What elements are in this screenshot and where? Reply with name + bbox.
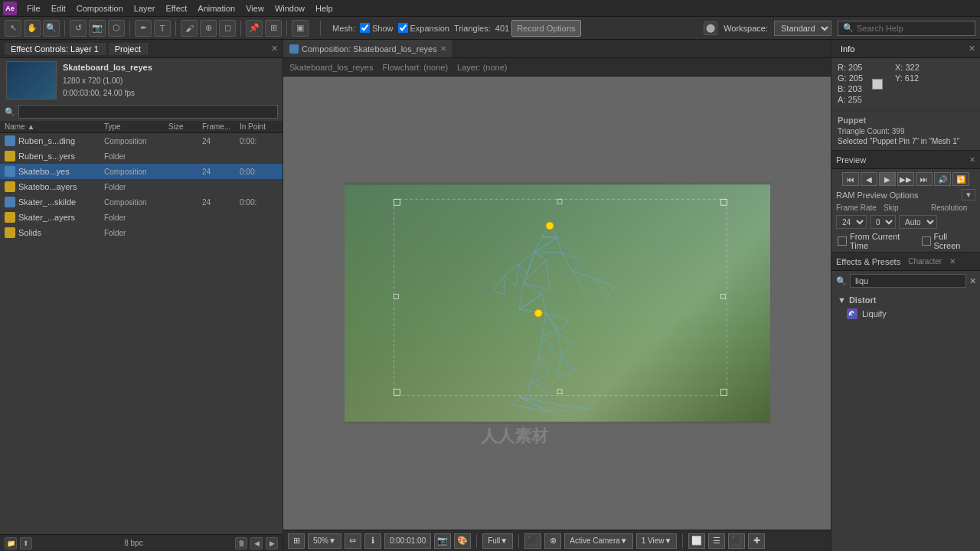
- menu-composition[interactable]: Composition: [71, 2, 129, 15]
- menu-layer[interactable]: Layer: [129, 2, 161, 15]
- full-screen-checkbox-area[interactable]: Full Screen: [922, 232, 974, 250]
- search-input[interactable]: [857, 24, 964, 33]
- menu-help[interactable]: Help: [310, 2, 338, 15]
- expand-tool[interactable]: ⊞: [265, 20, 282, 37]
- clone-tool[interactable]: ⊕: [200, 20, 217, 37]
- menu-window[interactable]: Window: [270, 2, 310, 15]
- skip-select[interactable]: 0: [870, 215, 896, 229]
- col-size-header: Size: [168, 122, 199, 131]
- comp-tab-flowchart[interactable]: Composition: Skateboard_los_reyes ✕: [283, 40, 453, 58]
- file-item[interactable]: Ruben_s...yers Folder: [0, 148, 283, 164]
- pen-tool[interactable]: ✒: [135, 20, 152, 37]
- camera-btn[interactable]: Active Camera ▼: [564, 533, 632, 549]
- liquify-effect-item[interactable]: 🌊 Liquify: [838, 307, 974, 321]
- shape-tool[interactable]: ▣: [292, 20, 309, 37]
- skip-to-start-btn[interactable]: ⏮: [842, 172, 859, 186]
- play-btn[interactable]: ▶: [879, 172, 896, 186]
- view-btn[interactable]: 1 View ▼: [636, 533, 678, 549]
- project-tab[interactable]: Project: [109, 43, 148, 55]
- full-screen-checkbox[interactable]: [922, 236, 931, 246]
- quality-select-btn[interactable]: Full ▼: [482, 533, 513, 549]
- import-btn[interactable]: ⬆: [20, 537, 32, 549]
- composition-sublabel[interactable]: Skateboard_los_reyes: [289, 63, 373, 72]
- zoom-btn[interactable]: 50% ▼: [308, 533, 341, 549]
- search-box[interactable]: 🔍: [838, 21, 975, 36]
- viewer-grid-btn[interactable]: ⊞: [288, 533, 305, 549]
- viewer-controls: ⊞ 50% ▼ ⇔ ℹ 0:00:01:00 📷 🎨 Full ▼ ⬛ ⊗ Ac…: [283, 530, 831, 551]
- puppet-tool[interactable]: 📌: [246, 20, 263, 37]
- 3d-btn[interactable]: ⊗: [544, 533, 561, 549]
- hand-tool[interactable]: ✋: [24, 20, 41, 37]
- frame-rate-value[interactable]: 24: [836, 215, 867, 229]
- menu-view[interactable]: View: [240, 2, 270, 15]
- effects-search-input[interactable]: [850, 274, 966, 288]
- info-panel-close[interactable]: ✕: [969, 44, 975, 54]
- effect-controls-tab[interactable]: Effect Controls: Layer 1: [5, 43, 106, 55]
- preview-close-icon[interactable]: ✕: [969, 155, 975, 164]
- resolution-value[interactable]: Auto: [899, 215, 937, 229]
- resize-icon[interactable]: ⇔: [345, 533, 361, 549]
- brush-tool[interactable]: 🖌: [181, 20, 198, 37]
- from-current-checkbox[interactable]: [838, 236, 847, 246]
- snapshot-btn[interactable]: 📷: [434, 533, 451, 549]
- menu-file[interactable]: File: [21, 2, 46, 15]
- eraser-tool[interactable]: ◻: [219, 20, 236, 37]
- file-item[interactable]: Solids Folder: [0, 225, 283, 240]
- ram-options-dropdown[interactable]: ▼: [962, 189, 975, 201]
- file-item[interactable]: Skatebo...ayers Folder: [0, 179, 283, 194]
- info-tab[interactable]: Info: [836, 43, 859, 55]
- comp-tab-close-icon[interactable]: ✕: [440, 44, 446, 53]
- file-item[interactable]: Skater_...ayers Folder: [0, 210, 283, 225]
- col-inpoint-header: In Point: [240, 122, 278, 131]
- delete-btn[interactable]: 🗑: [235, 537, 247, 549]
- file-item[interactable]: Skater_...skilde Composition 24 0:00:: [0, 194, 283, 210]
- mesh-show-checkbox[interactable]: [360, 23, 370, 33]
- rotate-tool[interactable]: ↺: [70, 20, 87, 37]
- menu-edit[interactable]: Edit: [46, 2, 71, 15]
- effects-group-distort-title[interactable]: ▼ Distort: [838, 295, 974, 305]
- loop-btn[interactable]: 🔁: [952, 172, 969, 186]
- prev-frame-btn[interactable]: ◀: [861, 172, 877, 186]
- col-name-header[interactable]: Name ▲: [5, 122, 101, 131]
- prev-btn[interactable]: ◀: [250, 537, 263, 549]
- from-current-checkbox-area[interactable]: From Current Time: [838, 232, 917, 250]
- color-picker-btn[interactable]: 🎨: [454, 533, 471, 549]
- composition-viewer[interactable]: 人人素材: [283, 77, 831, 530]
- skip-to-end-btn[interactable]: ⏭: [916, 172, 933, 186]
- file-item[interactable]: Skatebo...yes Composition 24 0:00:: [0, 164, 283, 179]
- frame-rate-label: Frame Rate: [836, 204, 880, 212]
- zoom-tool[interactable]: 🔍: [43, 20, 60, 37]
- menu-effect[interactable]: Effect: [160, 2, 192, 15]
- time-display[interactable]: 0:00:01:00: [384, 533, 431, 549]
- menu-animation[interactable]: Animation: [192, 2, 240, 15]
- new-folder-btn[interactable]: 📁: [5, 537, 17, 549]
- 3d-tool[interactable]: ⬡: [108, 20, 125, 37]
- effects-close-icon[interactable]: ✕: [949, 257, 956, 266]
- effects-search-clear[interactable]: ✕: [969, 276, 976, 286]
- file-item[interactable]: Ruben_s...ding Composition 24 0:00:: [0, 133, 283, 148]
- select-tool[interactable]: ↖: [5, 20, 21, 37]
- transparency-grid-btn[interactable]: ⬛: [524, 533, 541, 549]
- character-tab[interactable]: Character: [908, 257, 942, 266]
- panel-close-icon[interactable]: ✕: [271, 44, 278, 54]
- file-name: Skater_...ayers: [18, 213, 101, 222]
- record-options-btn[interactable]: Record Options: [511, 20, 580, 37]
- next-btn[interactable]: ▶: [266, 537, 278, 549]
- layer-btn[interactable]: ☰: [708, 533, 725, 549]
- resolution-select[interactable]: Auto: [899, 215, 937, 229]
- next-frame-btn[interactable]: ▶▶: [897, 172, 914, 186]
- camera-tool[interactable]: 📷: [89, 20, 106, 37]
- render-btn[interactable]: ⬛: [728, 533, 745, 549]
- flowchart-label: Flowchart: (none): [382, 63, 448, 72]
- audio-btn[interactable]: 🔊: [934, 172, 951, 186]
- project-search-input[interactable]: [18, 105, 278, 119]
- mesh-expansion-checkbox[interactable]: [398, 23, 408, 33]
- guide-btn[interactable]: ✚: [748, 533, 765, 549]
- text-tool[interactable]: T: [154, 20, 171, 37]
- skip-value[interactable]: 0: [870, 215, 896, 229]
- workspace-select[interactable]: Standard: [774, 21, 831, 36]
- frame-rate-select[interactable]: 24: [836, 215, 867, 229]
- mask-icon[interactable]: ⬤: [704, 21, 717, 35]
- info-icon[interactable]: ℹ: [364, 533, 381, 549]
- comp-btn[interactable]: ⬜: [688, 533, 705, 549]
